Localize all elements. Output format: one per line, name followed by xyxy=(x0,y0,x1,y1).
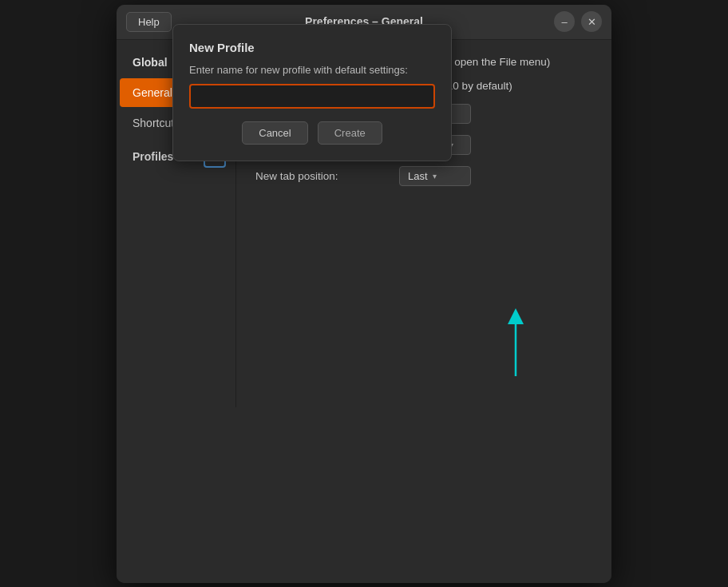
titlebar-controls: – ✕ xyxy=(554,11,602,32)
titlebar-left: Help xyxy=(126,12,172,32)
profile-name-input[interactable] xyxy=(189,84,435,109)
tab-position-dropdown[interactable]: Last ▾ xyxy=(399,166,471,186)
close-button[interactable]: ✕ xyxy=(581,11,602,32)
dialog-description: Enter name for new profile with default … xyxy=(189,64,435,76)
cancel-button[interactable]: Cancel xyxy=(242,121,307,145)
profiles-label: Profiles xyxy=(133,150,173,163)
tab-position-value: Last xyxy=(408,170,428,182)
create-button[interactable]: Create xyxy=(318,121,382,145)
preferences-window: Help Preferences – General – ✕ Global Ge… xyxy=(117,5,611,583)
dialog-title: New Profile xyxy=(189,41,435,54)
help-button[interactable]: Help xyxy=(126,12,172,32)
tab-position-label: New tab position: xyxy=(255,170,399,182)
tab-position-row: New tab position: Last ▾ xyxy=(255,166,592,186)
main-panel: Enable mnemonics (such as Alt+F to open … xyxy=(236,40,611,407)
main-content: Global General Shortcuts Profiles + Enab… xyxy=(117,40,611,407)
tab-position-dropdown-arrow: ▾ xyxy=(433,172,437,180)
bottom-area xyxy=(117,407,611,583)
arrow-annotation xyxy=(484,308,548,383)
new-profile-dialog: New Profile Enter name for new profile w… xyxy=(172,24,452,161)
dialog-buttons: Cancel Create xyxy=(189,121,435,145)
minimize-button[interactable]: – xyxy=(554,11,575,32)
